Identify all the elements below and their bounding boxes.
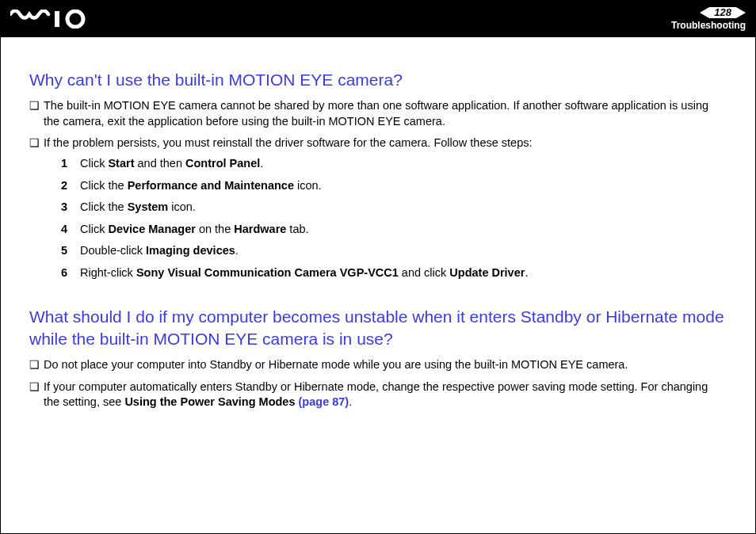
bullet-icon: ❑ (29, 380, 44, 395)
bullet-list-2: ❑ Do not place your computer into Standb… (29, 357, 727, 410)
section-label: Troubleshooting (671, 20, 746, 31)
step-item: Right-click Sony Visual Communication Ca… (61, 265, 727, 281)
heading-1: Why can't I use the built-in MOTION EYE … (29, 69, 727, 90)
vaio-logo (10, 10, 97, 29)
bullet-icon: ❑ (29, 98, 44, 113)
header-bar: 128 Troubleshooting (1, 1, 755, 37)
list-item: ❑ Do not place your computer into Standb… (29, 357, 727, 373)
header-right: 128 Troubleshooting (671, 7, 746, 31)
bullet-text: Do not place your computer into Standby … (44, 357, 727, 373)
page-ref-link[interactable]: (page 87) (299, 395, 349, 408)
svg-rect-0 (55, 11, 59, 27)
page-nav: 128 (700, 7, 746, 18)
page-number: 128 (709, 7, 736, 18)
step-item: Click Device Manager on the Hardware tab… (61, 222, 727, 238)
next-page-arrow-icon[interactable] (736, 7, 746, 18)
step-item: Double-click Imaging devices. (61, 243, 727, 259)
step-item: Click the Performance and Maintenance ic… (61, 178, 727, 194)
bullet-text: If your computer automatically enters St… (44, 380, 727, 410)
page-content: Why can't I use the built-in MOTION EYE … (1, 37, 755, 410)
prev-page-arrow-icon[interactable] (700, 7, 709, 18)
list-item: ❑ If the problem persists, you must rein… (29, 135, 727, 287)
step-item: Click Start and then Control Panel. (61, 156, 727, 172)
bullet-icon: ❑ (29, 357, 44, 372)
bullet-text: If the problem persists, you must reinst… (44, 135, 727, 287)
svg-point-1 (67, 11, 83, 27)
steps-list: Click Start and then Control Panel. Clic… (44, 156, 727, 280)
bullet-text: The built-in MOTION EYE camera cannot be… (44, 98, 727, 129)
list-item: ❑ The built-in MOTION EYE camera cannot … (29, 98, 727, 129)
heading-2: What should I do if my computer becomes … (29, 306, 727, 349)
list-item: ❑ If your computer automatically enters … (29, 380, 727, 410)
step-item: Click the System icon. (61, 200, 727, 216)
bullet-list-1: ❑ The built-in MOTION EYE camera cannot … (29, 98, 727, 287)
bullet-icon: ❑ (29, 135, 44, 151)
